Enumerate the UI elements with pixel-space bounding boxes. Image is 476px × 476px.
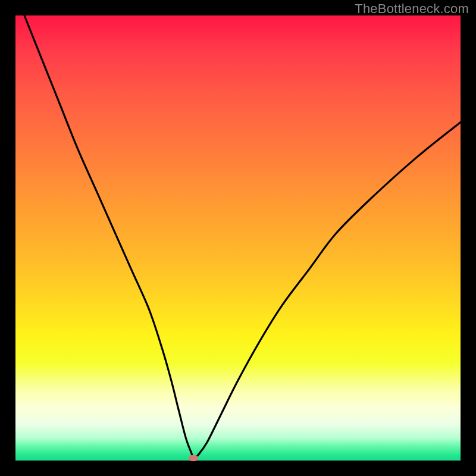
watermark-text: TheBottleneck.com <box>355 1 469 17</box>
bottleneck-curve <box>24 15 461 458</box>
chart-frame: TheBottleneck.com <box>0 0 476 476</box>
plot-area <box>15 15 461 461</box>
curve-svg <box>15 15 461 461</box>
optimal-point-marker <box>189 455 198 461</box>
